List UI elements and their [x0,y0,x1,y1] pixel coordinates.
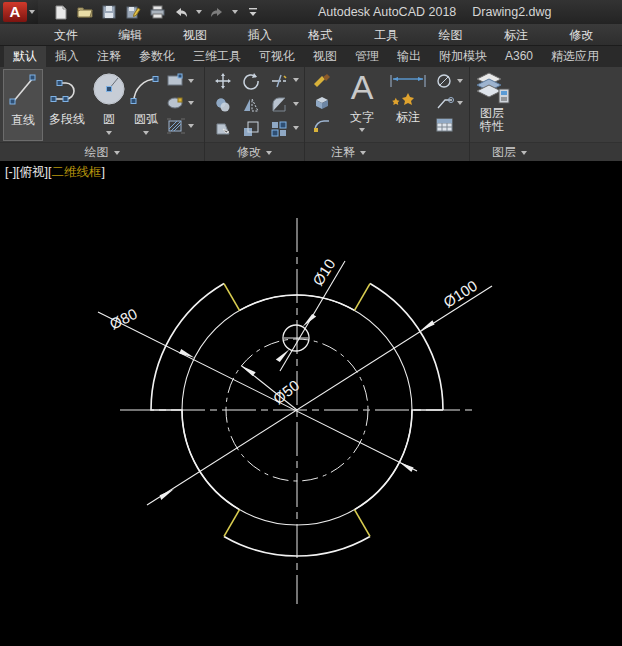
dim100-arrow-upper [420,320,435,331]
hatch-tool-button[interactable] [166,117,194,135]
circle-tool-button[interactable]: 圆 [91,69,127,141]
match-properties-button[interactable] [312,73,332,89]
ellipse-dropdown-caret-icon[interactable] [188,101,194,105]
array-tool-button[interactable] [269,119,289,139]
menu-edit[interactable]: 编辑(E) [104,24,169,46]
tab-manage[interactable]: 管理 [346,46,388,67]
undo-button[interactable] [172,3,190,21]
notch-edge-240 [224,510,240,537]
leader-button[interactable] [435,95,463,111]
rectangle-tool-button[interactable] [166,73,194,89]
panel-layers-title: 图层 [492,144,516,161]
trim-tool-button[interactable] [269,71,289,91]
panel-draw-footer[interactable]: 绘图 [0,142,204,162]
dim50-text: Ø50 [270,376,303,407]
line-tool-button[interactable]: 直线 [3,69,43,141]
drawing-canvas[interactable]: Ø100 Ø80 Ø50 Ø10 [0,161,622,646]
arc-dropdown-caret-icon[interactable] [143,131,149,135]
array-dropdown-caret-icon[interactable] [293,126,299,130]
panel-draw: 直线 多段线 圆 [0,67,205,162]
layer-properties-label-line1: 图层 [480,106,504,120]
plot-button[interactable] [148,3,166,21]
tab-output[interactable]: 输出 [388,46,430,67]
layer-properties-button[interactable]: 图层 特性 [473,69,511,141]
tab-featured-apps[interactable]: 精选应用 [542,46,608,67]
dim100-arrow-lower [160,489,174,500]
rectangle-dropdown-caret-icon[interactable] [188,79,194,83]
rotate-tool-button[interactable] [241,71,261,91]
tab-visualize[interactable]: 可视化 [250,46,304,67]
panel-layers-footer[interactable]: 图层 [470,142,622,162]
tab-3dtools[interactable]: 三维工具 [184,46,250,67]
menu-draw[interactable]: 绘图(D) [425,24,490,46]
copy-tool-button[interactable] [213,95,233,115]
text-tool-button[interactable]: A 文字 [341,69,383,141]
qat-customize-button[interactable] [244,3,262,21]
app-menu-button[interactable]: A [0,0,38,24]
leader-caret-icon[interactable] [457,101,463,105]
menu-tools[interactable]: 工具(T) [360,24,424,46]
svg-text:A: A [351,69,374,106]
fillet-tool-button[interactable] [269,95,289,115]
undo-dropdown-caret-icon[interactable] [196,10,202,14]
tab-home[interactable]: 默认 [4,46,46,67]
array-icon [270,120,288,138]
polyline-edit-button[interactable] [312,117,332,133]
trim-dropdown-caret-icon[interactable] [293,78,299,82]
panel-modify-footer[interactable]: 修改 [205,142,304,162]
menu-dimension[interactable]: 标注(N) [490,24,555,46]
hatch-dropdown-caret-icon[interactable] [188,124,194,128]
menu-view[interactable]: 视图(V) [169,24,234,46]
visual-style-control[interactable]: 二维线框 [52,164,102,181]
tab-addins[interactable]: 附加模块 [430,46,496,67]
viewport-controls-suffix: ] [102,165,105,179]
panel-draw-expand-icon[interactable] [114,151,120,155]
open-file-button[interactable] [76,3,94,21]
mirror-tool-button[interactable] [241,95,261,115]
hatch-icon [166,117,186,135]
dim10-text: Ø10 [309,256,339,289]
fillet-dropdown-caret-icon[interactable] [293,102,299,106]
panel-annotate-expand-icon[interactable] [360,151,366,155]
copy-icon [214,96,232,114]
text-icon: A [345,69,379,107]
fillet-icon [270,96,288,114]
center-mark-button[interactable] [435,73,463,89]
panel-modify: 修改 [205,67,305,162]
arc-tool-button[interactable]: 圆弧 [128,69,164,141]
tab-annotate[interactable]: 注释 [88,46,130,67]
text-dropdown-caret-icon[interactable] [359,128,365,132]
move-tool-button[interactable] [213,71,233,91]
polyline-tool-button[interactable]: 多段线 [45,69,89,141]
panel-layers-expand-icon[interactable] [521,151,527,155]
notch-edge-300 [355,510,371,537]
quick-access-toolbar [52,3,262,21]
panel-annotate-footer[interactable]: 注释 [305,142,469,162]
redo-button[interactable] [208,3,226,21]
menu-format[interactable]: 格式(O) [294,24,360,46]
center-mark-caret-icon[interactable] [457,79,463,83]
table-button[interactable] [435,117,463,133]
viewport-controls-prefix[interactable]: [-][俯视][ [5,164,52,181]
tab-view[interactable]: 视图 [304,46,346,67]
3d-tool-button[interactable] [312,95,332,111]
scale-tool-button[interactable] [241,119,261,139]
save-button[interactable] [100,3,118,21]
tab-insert[interactable]: 插入 [46,46,88,67]
panel-draw-title: 绘图 [85,144,109,161]
menu-file[interactable]: 文件(F) [40,24,104,46]
tab-a360[interactable]: A360 [496,46,542,67]
new-file-button[interactable] [52,3,70,21]
menu-modify[interactable]: 修改(M) [555,24,622,46]
line-icon [6,70,40,110]
center-mark-icon [435,73,455,89]
panel-modify-expand-icon[interactable] [266,151,272,155]
dimension-tool-button[interactable]: 标注 [385,69,431,141]
ellipse-tool-button[interactable] [166,95,194,111]
stretch-tool-button[interactable] [213,119,233,139]
save-as-button[interactable] [124,3,142,21]
menu-insert[interactable]: 插入(I) [234,24,295,46]
tab-parametric[interactable]: 参数化 [130,46,184,67]
circle-dropdown-caret-icon[interactable] [106,131,112,135]
redo-dropdown-caret-icon[interactable] [232,10,238,14]
